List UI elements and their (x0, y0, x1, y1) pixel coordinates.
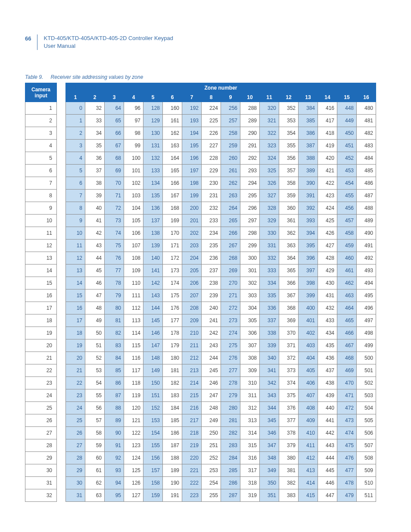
zone-value-cell: 267 (221, 240, 240, 252)
zone-value-cell: 351 (260, 489, 279, 502)
zone-value-cell: 453 (337, 165, 357, 177)
zone-value-cell: 260 (221, 152, 240, 165)
zone-value-cell: 500 (357, 352, 376, 364)
zone-value-cell: 349 (260, 464, 279, 477)
zone-value-cell: 369 (279, 314, 299, 327)
zone-value-cell: 153 (143, 414, 163, 427)
zone-value-cell: 179 (163, 339, 182, 352)
zone-value-cell: 458 (337, 227, 357, 240)
zone-value-cell: 181 (163, 364, 182, 377)
zone-value-cell: 508 (357, 452, 376, 464)
zone-value-cell: 483 (357, 140, 376, 152)
zone-value-cell: 76 (105, 252, 124, 264)
zone-value-cell: 124 (124, 452, 143, 464)
zone-value-cell: 213 (182, 364, 202, 377)
zone-value-cell: 139 (143, 240, 163, 252)
zone-value-cell: 284 (221, 452, 240, 464)
zone-value-cell: 424 (318, 202, 337, 215)
zone-value-cell: 226 (202, 127, 221, 140)
zone-value-cell: 173 (163, 264, 182, 277)
zone-value-cell: 332 (260, 252, 279, 264)
zone-value-cell: 309 (240, 364, 260, 377)
zone-value-cell: 468 (337, 352, 357, 364)
zone-value-cell: 480 (357, 102, 376, 115)
zone-value-cell: 232 (202, 202, 221, 215)
camera-input-cell: 15 (25, 277, 57, 289)
zone-col-header: 7 (182, 93, 202, 102)
zone-value-cell: 7 (66, 190, 85, 202)
zone-value-cell: 77 (105, 264, 124, 277)
zone-value-cell: 324 (260, 152, 279, 165)
zone-value-cell: 245 (202, 364, 221, 377)
zone-value-cell: 222 (182, 477, 202, 489)
zone-value-cell: 205 (182, 264, 202, 277)
zone-value-cell: 170 (163, 227, 182, 240)
zone-value-cell: 68 (105, 152, 124, 165)
zone-value-cell: 31 (66, 489, 85, 502)
zone-value-cell: 445 (318, 464, 337, 477)
zone-value-cell: 14 (66, 277, 85, 289)
zone-value-cell: 274 (221, 327, 240, 339)
zone-value-cell: 306 (240, 327, 260, 339)
zone-value-cell: 448 (337, 102, 357, 115)
zone-value-cell: 63 (85, 489, 105, 502)
zone-value-cell: 478 (337, 477, 357, 489)
zone-value-cell: 435 (318, 339, 337, 352)
zone-value-cell: 419 (318, 140, 337, 152)
zone-value-cell: 299 (240, 240, 260, 252)
zone-value-cell: 220 (182, 452, 202, 464)
zone-value-cell: 408 (299, 402, 318, 414)
zone-value-cell: 66 (105, 127, 124, 140)
zone-value-cell: 151 (143, 389, 163, 402)
zone-value-cell: 235 (202, 240, 221, 252)
zone-value-cell: 132 (143, 152, 163, 165)
zone-value-cell: 386 (299, 127, 318, 140)
zone-value-cell: 289 (240, 115, 260, 127)
zone-value-cell: 400 (299, 302, 318, 314)
zone-value-cell: 107 (124, 240, 143, 252)
zone-value-cell: 272 (221, 302, 240, 314)
zone-value-cell: 451 (337, 140, 357, 152)
camera-input-cell: 8 (25, 190, 57, 202)
camera-input-cell: 3 (25, 127, 57, 140)
zone-value-cell: 490 (357, 227, 376, 240)
zone-value-cell: 367 (279, 289, 299, 302)
camera-input-cell: 20 (25, 339, 57, 352)
zone-value-cell: 37 (85, 165, 105, 177)
zone-value-cell: 203 (182, 240, 202, 252)
zone-value-cell: 104 (124, 202, 143, 215)
zone-value-cell: 210 (182, 327, 202, 339)
zone-value-cell: 509 (357, 464, 376, 477)
zone-value-cell: 491 (357, 240, 376, 252)
zone-value-cell: 9 (66, 215, 85, 227)
zone-value-cell: 184 (163, 402, 182, 414)
zone-value-cell: 33 (85, 115, 105, 127)
zone-value-cell: 4 (66, 152, 85, 165)
zone-value-cell: 146 (143, 327, 163, 339)
zone-table: Zone number 12345678910111213141516 0326… (65, 83, 376, 502)
zone-value-cell: 71 (105, 190, 124, 202)
zone-value-cell: 122 (124, 427, 143, 439)
zone-col-header: 13 (299, 93, 318, 102)
zone-value-cell: 469 (337, 364, 357, 377)
zone-value-cell: 285 (221, 464, 240, 477)
zone-value-cell: 148 (143, 352, 163, 364)
zone-value-cell: 85 (105, 364, 124, 377)
camera-input-cell: 14 (25, 264, 57, 277)
zone-value-cell: 302 (240, 277, 260, 289)
zone-value-cell: 79 (105, 289, 124, 302)
zone-value-cell: 117 (124, 364, 143, 377)
zone-value-cell: 311 (240, 389, 260, 402)
zone-value-cell: 105 (124, 215, 143, 227)
zone-value-cell: 193 (182, 115, 202, 127)
zone-value-cell: 301 (240, 264, 260, 277)
zone-value-cell: 81 (105, 314, 124, 327)
zone-col-header: 16 (357, 93, 376, 102)
zone-value-cell: 499 (357, 339, 376, 352)
zone-value-cell: 447 (318, 489, 337, 502)
zone-value-cell: 329 (260, 215, 279, 227)
zone-value-cell: 82 (105, 327, 124, 339)
zone-value-cell: 304 (240, 302, 260, 314)
zone-value-cell: 501 (357, 364, 376, 377)
zone-value-cell: 283 (221, 439, 240, 452)
